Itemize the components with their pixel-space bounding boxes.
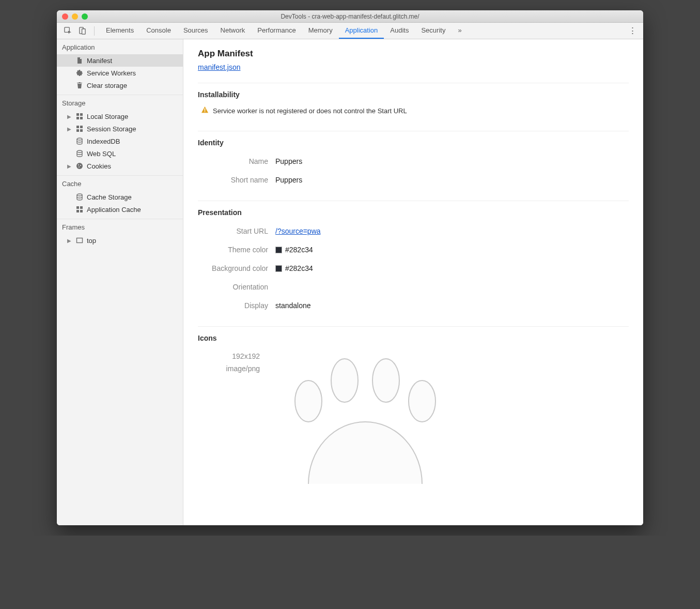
installability-heading: Installability (198, 90, 629, 99)
svg-rect-24 (205, 111, 206, 112)
sidebar-item-label: Session Storage (87, 125, 136, 133)
cookie-icon (75, 162, 84, 170)
svg-point-15 (80, 165, 81, 166)
identity-shortname-label: Short name (198, 176, 275, 184)
svg-rect-18 (76, 206, 79, 209)
svg-rect-20 (76, 210, 79, 212)
sidebar-item-label: top (87, 237, 96, 245)
sidebar-item-label: IndexedDB (87, 138, 120, 145)
sidebar-item-cache-storage[interactable]: Cache Storage (57, 191, 183, 203)
icon-mime: image/png (198, 363, 260, 375)
svg-point-16 (79, 166, 80, 168)
svg-rect-2 (82, 29, 85, 34)
svg-point-17 (77, 194, 82, 196)
tab-application[interactable]: Application (339, 23, 384, 39)
sidebar-item-label: Service Workers (87, 69, 136, 77)
tab-network[interactable]: Network (214, 23, 252, 39)
grid-icon (75, 205, 84, 214)
tab-performance[interactable]: Performance (251, 23, 302, 39)
svg-rect-8 (80, 126, 83, 128)
svg-point-14 (78, 164, 79, 165)
close-window-button[interactable] (62, 13, 68, 20)
sidebar-item-manifest[interactable]: Manifest (57, 54, 183, 67)
expand-arrow-icon: ▶ (67, 114, 72, 119)
background-color-label: Background color (198, 264, 275, 272)
database-icon (75, 193, 84, 201)
installability-warning-row: Service worker is not registered or does… (198, 104, 629, 119)
window-title: DevTools - cra-web-app-manifest-defaut.g… (57, 13, 643, 20)
tabs-overflow-button[interactable]: » (452, 23, 468, 39)
svg-rect-19 (80, 206, 83, 209)
toolbar-separator (94, 26, 95, 36)
sidebar-item-local-storage[interactable]: ▶ Local Storage (57, 110, 183, 123)
database-icon (75, 137, 84, 145)
sidebar-item-label: Cookies (87, 162, 111, 170)
sidebar-item-session-storage[interactable]: ▶ Session Storage (57, 123, 183, 135)
svg-point-13 (76, 163, 83, 169)
kebab-menu-icon[interactable]: ⋮ (626, 24, 639, 38)
identity-shortname-value: Puppers (275, 176, 302, 184)
sidebar-item-websql[interactable]: Web SQL (57, 147, 183, 160)
tab-security[interactable]: Security (415, 23, 452, 39)
window-controls (57, 13, 88, 20)
svg-point-12 (77, 150, 82, 153)
sidebar-group-cache: Cache (57, 176, 183, 191)
expand-arrow-icon: ▶ (67, 163, 72, 169)
titlebar: DevTools - cra-web-app-manifest-defaut.g… (57, 10, 643, 23)
sidebar-item-clear-storage[interactable]: Clear storage (57, 79, 183, 92)
gear-icon (75, 69, 84, 77)
sidebar-item-label: Cache Storage (87, 193, 132, 201)
tab-memory[interactable]: Memory (302, 23, 339, 39)
minimize-window-button[interactable] (72, 13, 78, 20)
inspect-element-icon[interactable] (61, 24, 74, 38)
sidebar-item-indexeddb[interactable]: IndexedDB (57, 135, 183, 147)
svg-rect-3 (76, 113, 79, 116)
start-url-label: Start URL (198, 227, 275, 235)
icons-heading: Icons (198, 334, 629, 342)
devtools-toolbar: Elements Console Sources Network Perform… (57, 23, 643, 39)
application-sidebar: Application Manifest Service Workers (57, 39, 183, 525)
expand-arrow-icon: ▶ (67, 126, 72, 132)
page-title: App Manifest (198, 49, 629, 59)
manifest-panel: App Manifest manifest.json Installabilit… (183, 39, 643, 525)
device-toggle-icon[interactable] (75, 24, 89, 38)
orientation-label: Orientation (198, 283, 275, 291)
display-label: Display (198, 301, 275, 310)
sidebar-group-application: Application (57, 39, 183, 54)
document-icon (75, 56, 84, 65)
sidebar-item-application-cache[interactable]: Application Cache (57, 203, 183, 216)
sidebar-item-top-frame[interactable]: ▶ top (57, 234, 183, 247)
devtools-window: DevTools - cra-web-app-manifest-defaut.g… (57, 10, 643, 525)
app-icon-preview (272, 349, 458, 484)
svg-rect-7 (76, 126, 79, 128)
identity-name-label: Name (198, 157, 275, 165)
tab-audits[interactable]: Audits (384, 23, 415, 39)
sidebar-item-label: Application Cache (87, 206, 141, 214)
theme-color-value: #282c34 (285, 246, 313, 254)
presentation-heading: Presentation (198, 208, 629, 217)
sidebar-item-service-workers[interactable]: Service Workers (57, 67, 183, 79)
svg-rect-9 (76, 129, 79, 132)
trash-icon (75, 81, 84, 89)
sidebar-item-label: Local Storage (87, 113, 128, 120)
tab-sources[interactable]: Sources (177, 23, 214, 39)
tab-elements[interactable]: Elements (100, 23, 140, 39)
svg-rect-6 (80, 117, 83, 119)
panel-body: Application Manifest Service Workers (57, 39, 643, 525)
theme-color-label: Theme color (198, 246, 275, 254)
sidebar-group-storage: Storage (57, 95, 183, 110)
sidebar-group-frames: Frames (57, 219, 183, 234)
background-color-swatch (275, 265, 282, 272)
grid-icon (75, 112, 84, 120)
manifest-file-link[interactable]: manifest.json (198, 63, 240, 71)
zoom-window-button[interactable] (82, 13, 88, 20)
svg-point-27 (372, 359, 399, 402)
start-url-link[interactable]: /?source=pwa (275, 227, 321, 235)
identity-name-value: Puppers (275, 157, 302, 165)
tab-console[interactable]: Console (140, 23, 177, 39)
sidebar-item-label: Clear storage (87, 82, 127, 89)
frame-icon (75, 236, 84, 245)
theme-color-swatch (275, 247, 282, 253)
sidebar-item-cookies[interactable]: ▶ Cookies (57, 160, 183, 172)
identity-heading: Identity (198, 139, 629, 147)
